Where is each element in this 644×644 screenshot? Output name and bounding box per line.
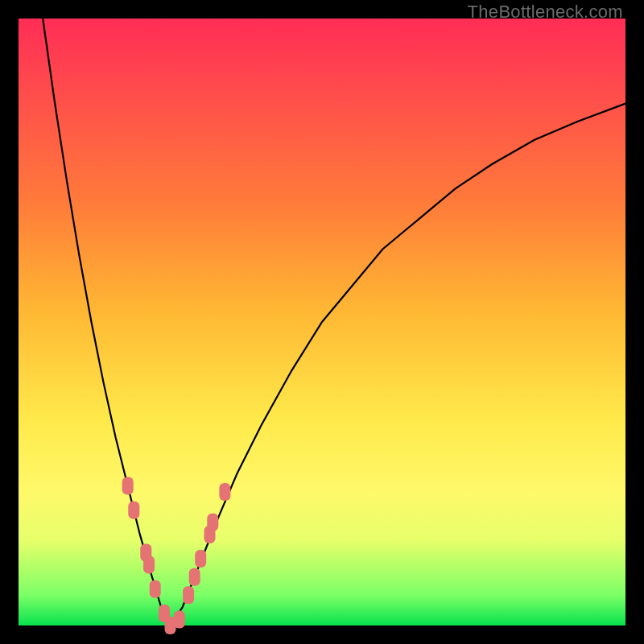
data-marker [207, 514, 218, 531]
data-marker [143, 556, 155, 574]
right-branch-path [171, 104, 626, 625]
curve-group [43, 19, 625, 625]
data-marker [189, 568, 200, 586]
data-marker [150, 580, 161, 598]
data-marker [219, 483, 230, 501]
data-marker [195, 550, 206, 568]
left-branch-path [43, 19, 170, 625]
markers-group [122, 477, 231, 634]
data-marker [128, 502, 139, 519]
bottleneck-curve-svg [19, 19, 625, 625]
data-marker [183, 586, 194, 604]
data-marker [174, 611, 185, 629]
data-marker [122, 477, 134, 495]
